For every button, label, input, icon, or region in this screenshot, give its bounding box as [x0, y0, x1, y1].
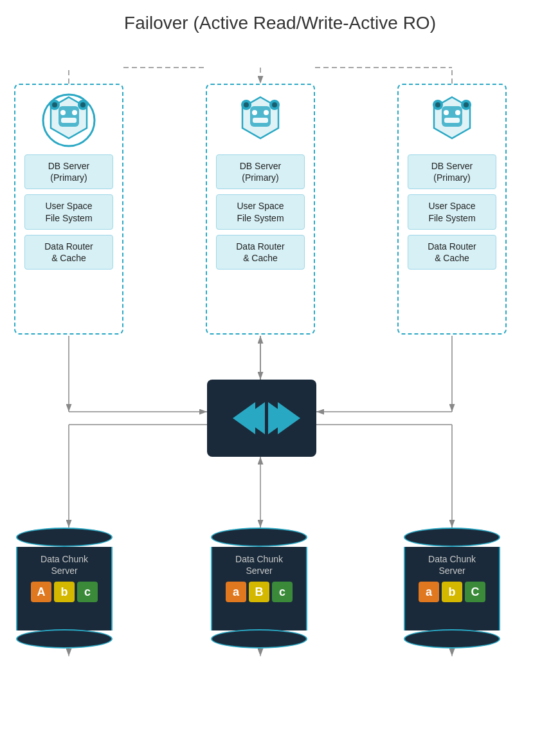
svg-point-52: [435, 102, 440, 107]
svg-point-47: [444, 110, 449, 115]
svg-rect-49: [444, 118, 460, 123]
cylinder-body-right: Data ChunkServer a b C: [404, 547, 500, 630]
svg-point-53: [464, 102, 469, 107]
badge-C-right: C: [465, 582, 485, 602]
server-box-center: DB Server(Primary) User SpaceFile System…: [206, 84, 315, 335]
bear-icon-center: [231, 91, 289, 149]
chunk-server-center: Data ChunkServer a B c: [204, 528, 314, 649]
svg-point-37: [252, 110, 257, 115]
svg-point-38: [264, 110, 269, 115]
badge-B-center: B: [249, 582, 269, 602]
server-box-left: DB Server(Primary) User SpaceFile System…: [14, 84, 123, 335]
cylinder-bottom-center: [211, 629, 307, 649]
cylinder-top-right: [404, 528, 500, 547]
db-server-label-left: DB Server(Primary): [24, 154, 113, 189]
page-title: Failover (Active Read/Write-Active RO): [0, 13, 560, 33]
cylinder-body-left: Data ChunkServer A b c: [16, 547, 113, 630]
usfs-label-left: User SpaceFile System: [24, 194, 113, 229]
badge-b-right: b: [442, 582, 462, 602]
cylinder-top-left: [16, 528, 113, 547]
db-server-label-center: DB Server(Primary): [216, 154, 305, 189]
svg-rect-29: [61, 118, 77, 123]
drc-label-left: Data Router& Cache: [24, 235, 113, 270]
chunk-badges-center: a B c: [226, 582, 293, 602]
cylinder-bottom-left: [16, 629, 113, 649]
drc-label-right: Data Router& Cache: [408, 235, 496, 270]
svg-rect-26: [59, 106, 79, 127]
svg-point-33: [80, 102, 86, 107]
svg-marker-57: [278, 402, 300, 434]
badge-c-center: c: [272, 582, 293, 602]
router-switch-box: [207, 380, 316, 457]
drc-label-center: Data Router& Cache: [216, 235, 305, 270]
bear-icon-left: [40, 91, 98, 149]
chunk-badges-right: a b C: [419, 582, 485, 602]
chunk-badges-left: A b c: [31, 582, 98, 602]
cylinder-top-center: [211, 528, 307, 547]
cylinder-body-center: Data ChunkServer a B c: [211, 547, 307, 630]
db-server-label-right: DB Server(Primary): [408, 154, 496, 189]
bear-icon-right: [423, 91, 481, 149]
svg-rect-46: [442, 106, 462, 127]
chunk-server-right: Data ChunkServer a b C: [397, 528, 507, 649]
badge-a-center: a: [226, 582, 246, 602]
server-box-right: DB Server(Primary) User SpaceFile System…: [397, 84, 507, 335]
diagram-container: Failover (Active Read/Write-Active RO): [0, 0, 560, 736]
svg-point-32: [52, 102, 57, 107]
badge-A-left: A: [31, 582, 51, 602]
svg-rect-36: [250, 106, 271, 127]
svg-point-43: [272, 102, 277, 107]
badge-a-right: a: [419, 582, 439, 602]
badge-c-left: c: [77, 582, 98, 602]
chunk-label-left: Data ChunkServer: [41, 553, 88, 576]
svg-point-48: [455, 110, 460, 115]
svg-point-27: [60, 110, 66, 115]
usfs-label-right: User SpaceFile System: [408, 194, 496, 229]
svg-point-28: [72, 110, 77, 115]
cylinder-bottom-right: [404, 629, 500, 649]
svg-rect-39: [253, 118, 268, 123]
svg-point-42: [244, 102, 249, 107]
chunk-server-left: Data ChunkServer A b c: [10, 528, 119, 649]
chunk-label-center: Data ChunkServer: [235, 553, 283, 576]
badge-b-left: b: [54, 582, 75, 602]
chunk-label-right: Data ChunkServer: [428, 553, 476, 576]
usfs-label-center: User SpaceFile System: [216, 194, 305, 229]
